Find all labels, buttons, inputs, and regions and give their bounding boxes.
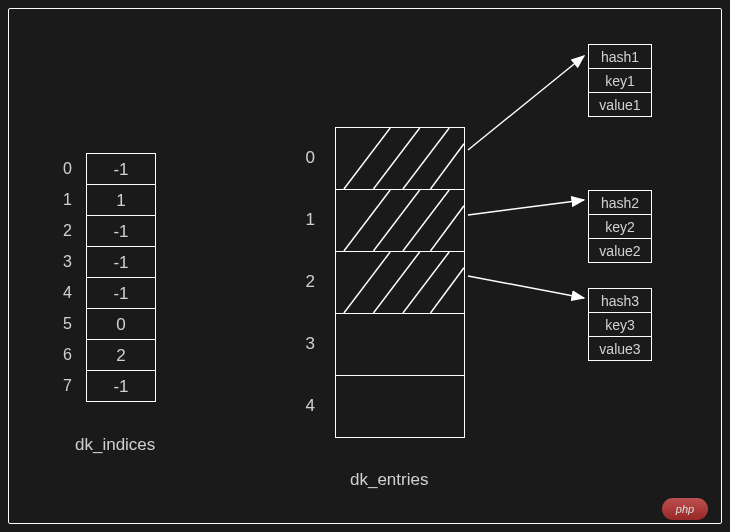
svg-line-2 (403, 128, 449, 189)
indices-caption: dk_indices (75, 435, 155, 455)
entry-cell-4 (335, 376, 465, 438)
svg-line-5 (373, 190, 419, 251)
svg-line-9 (373, 252, 419, 313)
index-cell: -1 (86, 216, 156, 247)
detail-value: value1 (588, 93, 652, 117)
index-cell: -1 (86, 278, 156, 309)
index-cell: 0 (86, 309, 156, 340)
detail-key: key2 (588, 215, 652, 239)
entries-table: 0 1 2 3 4 (303, 127, 465, 438)
entry-detail-1: hash2 key2 value2 (588, 190, 652, 263)
entry-cell-3 (335, 314, 465, 376)
svg-line-6 (403, 190, 449, 251)
svg-line-11 (431, 268, 464, 313)
entries-row-labels: 0 1 2 3 4 (303, 127, 315, 438)
entry-label: 0 (303, 127, 315, 189)
entry-label: 4 (303, 375, 315, 437)
entry-cell-1 (335, 190, 465, 252)
indices-table: 0 1 2 3 4 5 6 7 -1 1 -1 -1 -1 0 2 -1 (60, 153, 156, 402)
index-cell: -1 (86, 247, 156, 278)
svg-line-0 (344, 128, 390, 189)
svg-line-8 (344, 252, 390, 313)
svg-line-7 (431, 206, 464, 251)
index-label: 3 (60, 246, 72, 277)
watermark-badge: php (662, 498, 708, 520)
svg-line-4 (344, 190, 390, 251)
index-cell: 1 (86, 185, 156, 216)
detail-key: key3 (588, 313, 652, 337)
index-cell: -1 (86, 154, 156, 185)
index-label: 0 (60, 153, 72, 184)
entry-detail-0: hash1 key1 value1 (588, 44, 652, 117)
index-label: 7 (60, 370, 72, 401)
entry-label: 2 (303, 251, 315, 313)
svg-line-10 (403, 252, 449, 313)
detail-hash: hash3 (588, 289, 652, 313)
entry-detail-2: hash3 key3 value3 (588, 288, 652, 361)
index-cell: 2 (86, 340, 156, 371)
indices-row-labels: 0 1 2 3 4 5 6 7 (60, 153, 72, 402)
entry-cell-0 (335, 128, 465, 190)
index-label: 6 (60, 339, 72, 370)
index-label: 5 (60, 308, 72, 339)
svg-line-3 (431, 144, 464, 189)
detail-hash: hash1 (588, 45, 652, 69)
index-label: 4 (60, 277, 72, 308)
detail-value: value3 (588, 337, 652, 361)
indices-cells: -1 1 -1 -1 -1 0 2 -1 (86, 153, 156, 402)
entry-label: 1 (303, 189, 315, 251)
index-label: 1 (60, 184, 72, 215)
entries-cells (335, 127, 465, 438)
index-label: 2 (60, 215, 72, 246)
detail-value: value2 (588, 239, 652, 263)
svg-line-1 (373, 128, 419, 189)
detail-hash: hash2 (588, 191, 652, 215)
entries-caption: dk_entries (350, 470, 428, 490)
entry-cell-2 (335, 252, 465, 314)
entry-label: 3 (303, 313, 315, 375)
detail-key: key1 (588, 69, 652, 93)
index-cell: -1 (86, 371, 156, 402)
